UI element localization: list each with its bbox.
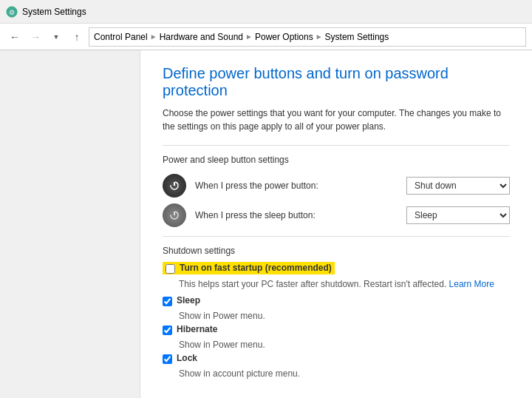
sleep-description: Show in Power menu.: [179, 311, 510, 321]
hibernate-label[interactable]: Hibernate: [177, 324, 217, 334]
breadcrumb-sep-2: ►: [245, 33, 253, 41]
sleep-label[interactable]: Sleep: [177, 295, 200, 306]
sleep-button-label: When I press the sleep button:: [195, 210, 398, 220]
hibernate-row: Hibernate: [163, 324, 510, 335]
lock-row: Lock: [163, 353, 510, 364]
breadcrumb-sep-1: ►: [150, 33, 157, 41]
power-button-row: When I press the power button: Shut down…: [163, 174, 510, 198]
sleep-button-icon: [163, 203, 186, 227]
address-bar: ← → ▼ ↑ Control Panel ► Hardware and Sou…: [0, 24, 532, 50]
sidebar: [0, 50, 140, 398]
page-description: Choose the power settings that you want …: [163, 107, 502, 133]
lock-label-group: Lock: [177, 353, 197, 363]
power-button-select[interactable]: Shut down Sleep Hibernate Turn off the d…: [406, 177, 510, 195]
sleep-label-group: Sleep: [177, 295, 200, 306]
divider-1: [163, 145, 510, 146]
fast-startup-description: This helps start your PC faster after sh…: [179, 279, 510, 289]
sleep-checkbox[interactable]: [163, 297, 172, 306]
breadcrumb-system-settings: System Settings: [325, 32, 389, 42]
hibernate-label-group: Hibernate: [177, 324, 217, 334]
breadcrumb-control-panel[interactable]: Control Panel: [94, 32, 148, 42]
breadcrumb: Control Panel ► Hardware and Sound ► Pow…: [89, 27, 526, 47]
fast-startup-row: Turn on fast startup (recommended): [163, 262, 510, 274]
fast-startup-checkbox[interactable]: [166, 264, 175, 274]
lock-checkbox[interactable]: [163, 354, 172, 364]
hibernate-checkbox[interactable]: [163, 326, 172, 335]
fast-startup-label[interactable]: Turn on fast startup (recommended): [180, 263, 332, 273]
lock-description: Show in account picture menu.: [179, 368, 510, 379]
hibernate-description: Show in Power menu.: [179, 340, 510, 350]
sleep-button-select[interactable]: Sleep Shut down Hibernate Turn off the d…: [406, 206, 510, 224]
main-layout: Define power buttons and turn on passwor…: [0, 50, 532, 398]
divider-2: [163, 236, 510, 237]
breadcrumb-power-options[interactable]: Power Options: [255, 32, 313, 42]
app-icon: ⚙: [6, 6, 18, 18]
svg-text:⚙: ⚙: [9, 9, 15, 16]
forward-button[interactable]: →: [27, 28, 44, 46]
fast-startup-desc-text: This helps start your PC faster after sh…: [179, 279, 446, 289]
shutdown-label: Shutdown settings: [163, 246, 510, 256]
up-button[interactable]: ↑: [68, 28, 86, 46]
lock-label[interactable]: Lock: [177, 353, 197, 363]
back-button[interactable]: ←: [6, 28, 24, 46]
power-sleep-label: Power and sleep button settings: [163, 155, 510, 165]
power-button-icon: [163, 174, 186, 198]
fast-startup-highlight: Turn on fast startup (recommended): [163, 262, 335, 274]
fast-startup-learn-more[interactable]: Learn More: [449, 279, 494, 289]
dropdown-recent-button[interactable]: ▼: [47, 28, 65, 46]
breadcrumb-hardware-sound[interactable]: Hardware and Sound: [160, 32, 243, 42]
content-area: Define power buttons and turn on passwor…: [140, 50, 532, 398]
page-title: Define power buttons and turn on passwor…: [163, 65, 510, 99]
sleep-row: Sleep: [163, 295, 510, 306]
title-bar-text: System Settings: [22, 7, 86, 17]
title-bar: ⚙ System Settings: [0, 0, 532, 24]
power-button-label: When I press the power button:: [195, 181, 398, 191]
breadcrumb-sep-3: ►: [316, 33, 323, 41]
sleep-button-row: When I press the sleep button: Sleep Shu…: [163, 203, 510, 227]
